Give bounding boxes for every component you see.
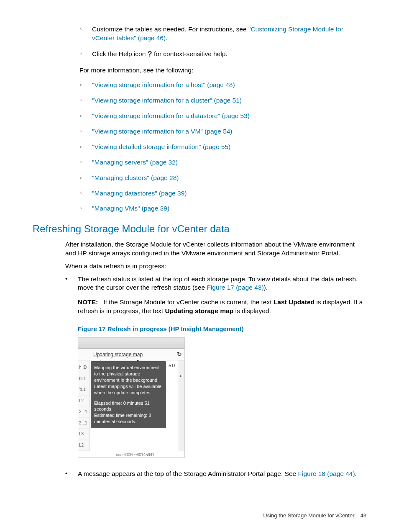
- figure-caption: Figure 17 Refresh in progress (HP Insigh…: [78, 325, 366, 333]
- reference-link[interactable]: "Viewing storage information for a clust…: [92, 97, 242, 104]
- list-item: "Viewing storage information for a VM" (…: [79, 127, 366, 136]
- reference-link[interactable]: "Managing servers" (page 32): [92, 159, 178, 166]
- refresh-icon[interactable]: ↻: [177, 350, 182, 358]
- screenshot-figure-17: Updating storage map ↻ h IDI:L1':L1L22:L…: [78, 337, 185, 458]
- row-id: ':L1: [78, 384, 90, 396]
- text: If the Storage Module for vCenter cache …: [103, 298, 274, 306]
- list-item: Click the Help icon ? for context-sensit…: [79, 49, 366, 59]
- list-item: "Viewing detailed storage information" (…: [79, 143, 366, 152]
- row-id: 2:L1: [78, 418, 90, 429]
- text: ).: [264, 284, 268, 291]
- window-titlebar: [78, 338, 184, 349]
- link-figure-18[interactable]: Figure 18 (page 44): [298, 470, 355, 477]
- list-item: "Managing servers" (page 32): [79, 158, 366, 167]
- text-fragment: naa.60060e80145941: [116, 452, 154, 458]
- row-id-column: h IDI:L1':L1L22:L12:L1L8L2: [78, 360, 90, 451]
- paragraph: After installation, the Storage Module f…: [65, 240, 366, 258]
- text-fragment: e D: [169, 363, 175, 369]
- note-paragraph: NOTE: If the Storage Module for vCenter …: [78, 298, 366, 316]
- row-id: h ID: [78, 362, 90, 373]
- footer-section: Using the Storage Module for vCenter: [263, 512, 354, 519]
- text: .: [355, 470, 357, 477]
- text: Customize the tables as needed. For inst…: [92, 26, 248, 33]
- bold: Last Updated: [274, 298, 315, 306]
- tooltip-line: Latest mappings will be available when t…: [94, 383, 163, 396]
- list-item: Customize the tables as needed. For inst…: [79, 25, 366, 43]
- reference-link[interactable]: "Managing datastores" (page 39): [92, 190, 187, 197]
- list-item: "Managing clusters" (page 28): [79, 174, 366, 182]
- list-item: "Viewing storage information for a host"…: [79, 81, 366, 90]
- reference-link[interactable]: "Managing clusters" (page 28): [92, 174, 179, 181]
- row-id: L2: [78, 440, 90, 451]
- link-figure-17[interactable]: Figure 17 (page 43): [207, 284, 263, 291]
- paragraph: For more information, see the following:: [79, 66, 366, 75]
- list-item: The refresh status is listed at the top …: [65, 275, 366, 458]
- tooltip-line: Elapsed time: 0 minutes 51 seconds.: [94, 400, 163, 413]
- reference-link[interactable]: "Viewing detailed storage information" (…: [92, 143, 230, 150]
- scroll-up-icon[interactable]: ▴: [179, 373, 182, 379]
- list-item: "Managing datastores" (page 39): [79, 189, 366, 198]
- tooltip: Mapping the virtual environment to the p…: [91, 361, 166, 428]
- list-item: "Viewing storage information for a clust…: [79, 96, 366, 105]
- row-id: 2:L1: [78, 406, 90, 418]
- help-icon: ?: [148, 49, 152, 59]
- page-number: 43: [361, 512, 366, 519]
- scrollbar[interactable]: ▴: [179, 360, 184, 451]
- page-footer: Using the Storage Module for vCenter43: [263, 512, 366, 519]
- bold: Updating storage map: [165, 307, 233, 314]
- reference-link[interactable]: "Viewing storage information for a datas…: [92, 112, 250, 119]
- list-item: A message appears at the top of the Stor…: [65, 470, 366, 478]
- text: for context-sensitive help.: [152, 50, 228, 57]
- row-id: L8: [78, 429, 90, 440]
- reference-link[interactable]: "Viewing storage information for a host"…: [92, 81, 235, 88]
- tooltip-line: Estimated time remaining: 8 minutes 50 s…: [94, 412, 163, 425]
- status-text: Updating storage map: [93, 351, 143, 358]
- tooltip-line: Mapping the virtual environment to the p…: [94, 365, 163, 383]
- section-heading: Refreshing Storage Module for vCenter da…: [33, 222, 366, 236]
- text: Click the Help icon: [92, 50, 148, 57]
- text: A message appears at the top of the Stor…: [78, 470, 298, 477]
- list-item: "Managing VMs" (page 39): [79, 204, 366, 213]
- text: .: [166, 34, 167, 41]
- reference-link[interactable]: "Viewing storage information for a VM" (…: [92, 128, 233, 135]
- row-id: I:L1: [78, 373, 90, 385]
- row-id: L2: [78, 396, 90, 407]
- text: is displayed.: [233, 307, 271, 314]
- note-label: NOTE:: [78, 298, 98, 306]
- reference-link[interactable]: "Managing VMs" (page 39): [92, 205, 169, 212]
- status-bar: Updating storage map ↻: [78, 349, 184, 360]
- paragraph: When a data refresh is in progress:: [65, 262, 366, 271]
- list-item: "Viewing storage information for a datas…: [79, 112, 366, 121]
